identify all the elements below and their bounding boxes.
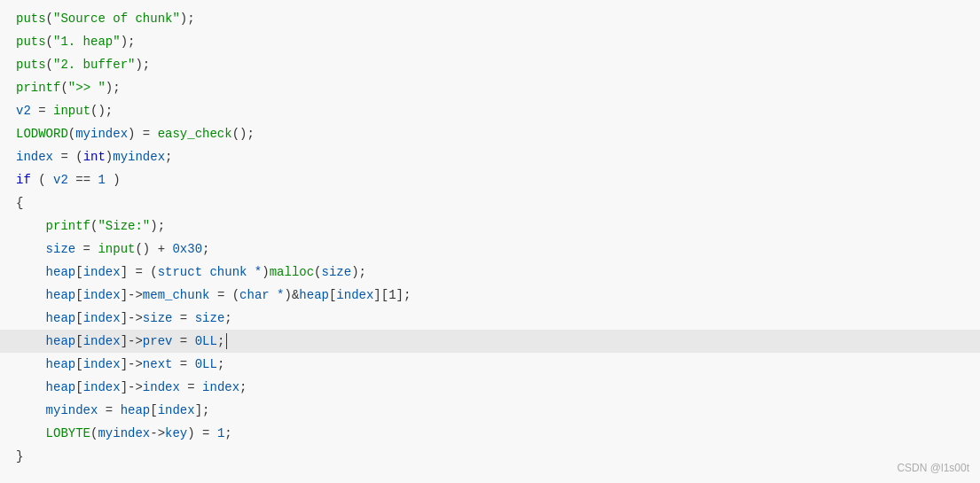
code-token: myindex bbox=[75, 122, 128, 145]
code-token: -> bbox=[150, 422, 165, 445]
code-token: malloc bbox=[270, 261, 314, 284]
code-token: ; bbox=[217, 330, 224, 353]
code-token bbox=[16, 284, 46, 307]
code-token: size bbox=[195, 307, 225, 330]
code-token: "2. buffer" bbox=[53, 53, 135, 76]
code-token: heap bbox=[46, 353, 76, 376]
code-token: ); bbox=[106, 76, 121, 99]
code-token: = bbox=[31, 99, 53, 122]
code-token: index bbox=[202, 376, 239, 399]
code-token: = bbox=[172, 330, 194, 353]
code-token: index bbox=[83, 284, 121, 307]
code-token: v2 bbox=[53, 168, 68, 191]
code-line: heap[index]->index = index; bbox=[0, 376, 980, 399]
code-token: index bbox=[83, 353, 121, 376]
code-token: easy_check bbox=[158, 122, 232, 145]
code-token: myindex bbox=[113, 145, 165, 168]
code-token: ); bbox=[121, 30, 136, 53]
code-token: printf bbox=[46, 214, 90, 238]
code-token: puts bbox=[16, 7, 46, 30]
code-token bbox=[16, 261, 46, 284]
code-token: if bbox=[16, 168, 31, 191]
code-token: )& bbox=[285, 284, 300, 307]
code-token: ]-> bbox=[121, 330, 143, 353]
code-token: printf bbox=[16, 76, 60, 99]
code-token: ) bbox=[106, 168, 121, 191]
code-token: size bbox=[322, 261, 352, 284]
code-token: input bbox=[53, 99, 90, 122]
code-token: ; bbox=[202, 238, 209, 261]
code-line: heap[index]->size = size; bbox=[0, 307, 980, 330]
code-line: heap[index]->next = 0LL; bbox=[0, 353, 980, 376]
code-token: ( bbox=[46, 30, 53, 53]
code-token: 1 bbox=[98, 168, 105, 191]
code-token: ]-> bbox=[121, 376, 143, 399]
code-token: ); bbox=[351, 261, 366, 284]
code-token: size bbox=[143, 307, 173, 330]
code-token: = ( bbox=[209, 284, 239, 307]
code-token: ( bbox=[60, 76, 67, 99]
code-token: myindex bbox=[46, 399, 98, 422]
code-line: { bbox=[0, 191, 980, 214]
code-token: ]-> bbox=[121, 353, 143, 376]
code-line: v2 = input(); bbox=[0, 99, 980, 122]
code-token: = ( bbox=[53, 145, 83, 168]
code-token: heap bbox=[299, 284, 329, 307]
code-token: ">> " bbox=[68, 76, 106, 99]
code-line: myindex = heap[index]; bbox=[0, 399, 980, 422]
text-cursor bbox=[226, 333, 227, 349]
code-line: LOBYTE(myindex->key) = 1; bbox=[0, 422, 980, 445]
code-token: ( bbox=[314, 261, 321, 284]
code-token bbox=[16, 214, 46, 238]
code-token: mem_chunk bbox=[143, 284, 210, 307]
code-token: [ bbox=[75, 330, 82, 353]
code-token: [ bbox=[329, 284, 336, 307]
code-token: index bbox=[83, 376, 121, 399]
code-line: heap[index] = (struct chunk *)malloc(siz… bbox=[0, 261, 980, 284]
code-line: heap[index]->prev = 0LL; bbox=[0, 330, 980, 353]
code-token: index bbox=[83, 330, 121, 353]
code-token: LODWORD bbox=[16, 122, 68, 145]
code-token: next bbox=[143, 353, 173, 376]
code-token: ( bbox=[46, 53, 53, 76]
code-token: ; bbox=[224, 307, 231, 330]
code-token: int bbox=[83, 145, 106, 168]
code-token: key bbox=[165, 422, 187, 445]
code-token: = bbox=[172, 307, 194, 330]
code-token: "Source of chunk" bbox=[53, 7, 180, 30]
code-token: puts bbox=[16, 53, 46, 76]
code-token: prev bbox=[143, 330, 173, 353]
code-token: == bbox=[68, 168, 98, 191]
code-token: char * bbox=[239, 284, 284, 307]
code-token: "1. heap" bbox=[53, 30, 121, 53]
code-token: = bbox=[180, 376, 202, 399]
code-token: heap bbox=[46, 307, 76, 330]
code-token: ); bbox=[180, 7, 195, 30]
code-token: ); bbox=[135, 53, 150, 76]
code-token: ]; bbox=[195, 399, 210, 422]
code-line: puts("Source of chunk"); bbox=[0, 7, 980, 30]
code-token: size bbox=[46, 238, 76, 261]
code-line: puts("1. heap"); bbox=[0, 30, 980, 53]
code-token: index bbox=[83, 307, 121, 330]
code-token: = bbox=[172, 353, 194, 376]
code-token: ( bbox=[90, 422, 98, 445]
code-token: heap bbox=[46, 284, 76, 307]
code-token bbox=[16, 399, 46, 422]
code-token bbox=[16, 307, 46, 330]
code-token: ; bbox=[239, 376, 247, 399]
code-token: LOBYTE bbox=[46, 422, 90, 445]
code-token bbox=[16, 238, 46, 261]
code-token: 1 bbox=[217, 422, 224, 445]
code-token bbox=[16, 376, 46, 399]
code-token: ( bbox=[68, 122, 75, 145]
code-token bbox=[16, 422, 46, 445]
code-token: (); bbox=[90, 99, 113, 122]
code-line: } bbox=[0, 445, 980, 468]
code-token: ]-> bbox=[121, 284, 143, 307]
code-line: puts("2. buffer"); bbox=[0, 53, 980, 76]
code-token: ][1]; bbox=[373, 284, 411, 307]
code-token: ( bbox=[31, 168, 53, 191]
code-token: heap bbox=[46, 261, 76, 284]
code-token: } bbox=[16, 445, 23, 468]
